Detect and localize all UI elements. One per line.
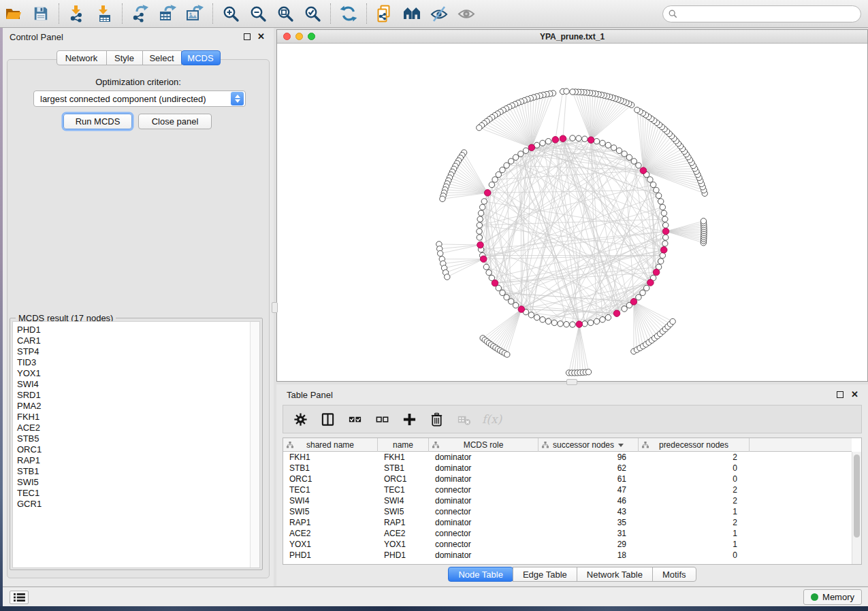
show-all-icon[interactable] <box>453 2 480 25</box>
memory-button[interactable]: Memory <box>803 589 862 605</box>
table-row[interactable]: STB1STB1dominator620 <box>283 463 852 474</box>
table-scrollbar[interactable] <box>852 452 861 564</box>
column-header-MCDS-role[interactable]: MCDS role <box>429 438 539 452</box>
import-table-icon[interactable] <box>91 2 118 25</box>
column-header-name[interactable]: name <box>378 438 429 452</box>
network-canvas[interactable] <box>277 44 867 381</box>
close-panel-icon[interactable]: ✕ <box>851 389 858 399</box>
table-cell: dominator <box>429 463 539 474</box>
search-input[interactable] <box>662 5 861 22</box>
zoom-in-icon[interactable] <box>217 2 244 25</box>
task-history-button[interactable] <box>10 591 29 604</box>
zoom-out-icon[interactable] <box>244 2 272 25</box>
column-header-successor-nodes[interactable]: successor nodes <box>539 438 639 452</box>
mcds-result-item[interactable]: STB5 <box>13 433 249 444</box>
mcds-result-list[interactable]: PHD1CAR1STP4TID3YOX1SWI4SRD1PMA2FKH1ACE2… <box>12 321 260 568</box>
tab-mcds[interactable]: MCDS <box>181 50 221 65</box>
save-session-icon[interactable] <box>27 2 54 25</box>
table-row[interactable]: TEC1TEC1connector472 <box>283 484 852 495</box>
export-network-icon[interactable] <box>127 2 154 25</box>
tab-network[interactable]: Network <box>57 50 107 65</box>
zoom-selected-icon[interactable] <box>299 2 326 25</box>
table-row[interactable]: ACE2ACE2connector311 <box>283 528 852 539</box>
table-cell: 47 <box>539 484 639 495</box>
close-panel-button[interactable]: Close panel <box>138 114 212 129</box>
tab-motifs[interactable]: Motifs <box>652 567 696 582</box>
mcds-result-item[interactable]: FKH1 <box>13 412 249 423</box>
float-panel-icon[interactable] <box>244 33 251 40</box>
table-cell: SWI4 <box>378 495 429 506</box>
first-neighbors-icon[interactable] <box>398 2 425 25</box>
column-header-filler <box>750 438 852 452</box>
criterion-select[interactable]: largest connected component (undirected) <box>33 90 246 107</box>
node-table-body: FKH1FKH1dominator962STB1STB1dominator620… <box>283 452 852 564</box>
table-row[interactable]: SWI5SWI5connector431 <box>283 506 852 517</box>
search-field[interactable] <box>677 7 861 21</box>
control-panel-title: Control Panel <box>10 32 63 42</box>
toolbar-separator <box>122 3 123 24</box>
mcds-result-item[interactable]: ACE2 <box>13 423 249 433</box>
table-cell: dominator <box>429 517 539 528</box>
table-cell: STB1 <box>378 463 429 474</box>
control-panel-titlebar: Control Panel ✕ <box>3 28 274 46</box>
hide-selected-icon[interactable] <box>425 2 453 25</box>
mcds-result-item[interactable]: TID3 <box>13 357 249 368</box>
tab-node-table[interactable]: Node Table <box>448 567 513 582</box>
mcds-result-item[interactable]: PHD1 <box>13 325 249 335</box>
mcds-result-item[interactable]: CAR1 <box>13 335 249 346</box>
mcds-result-item[interactable]: SWI4 <box>13 379 249 390</box>
vertical-splitter-handle[interactable] <box>272 302 278 313</box>
tab-style[interactable]: Style <box>106 50 143 65</box>
mcds-result-items: PHD1CAR1STP4TID3YOX1SWI4SRD1PMA2FKH1ACE2… <box>13 325 249 510</box>
criterion-selected-value: largest connected component (undirected) <box>34 94 231 104</box>
column-header-predecessor-nodes[interactable]: predecessor nodes <box>639 438 750 452</box>
mcds-result-item[interactable]: STB1 <box>13 466 249 477</box>
mcds-result-item[interactable]: RAP1 <box>13 455 249 466</box>
delete-icon[interactable] <box>428 410 445 428</box>
toolbar-separator <box>59 3 59 24</box>
table-scrollbar-thumb[interactable] <box>854 455 860 538</box>
open-session-icon[interactable] <box>0 2 27 25</box>
table-cell: ACE2 <box>283 528 378 539</box>
tab-select[interactable]: Select <box>142 50 182 65</box>
mcds-result-item[interactable]: ORC1 <box>13 444 249 455</box>
mcds-result-item[interactable]: SRD1 <box>13 390 249 401</box>
float-panel-icon[interactable] <box>837 391 843 398</box>
mcds-list-scrollbar[interactable] <box>250 322 259 567</box>
desktop-background-bottom <box>0 606 868 611</box>
optimization-criterion-label: Optimization criterion: <box>7 77 270 87</box>
mcds-result-item[interactable]: SWI5 <box>13 477 249 488</box>
table-row[interactable]: PHD1PHD1dominator180 <box>283 550 852 561</box>
table-row[interactable]: ORC1ORC1dominator610 <box>283 474 852 484</box>
mcds-result-item[interactable]: GCR1 <box>13 499 249 510</box>
export-table-icon[interactable] <box>154 2 181 25</box>
tab-edge-table[interactable]: Edge Table <box>513 567 577 582</box>
table-row[interactable]: RAP1RAP1dominator352 <box>283 517 852 528</box>
settings-gear-icon[interactable] <box>291 410 309 428</box>
network-window-titlebar[interactable]: YPA_prune.txt_1 <box>277 30 867 44</box>
mcds-result-item[interactable]: TEC1 <box>13 488 249 499</box>
table-cell: 2 <box>639 452 750 463</box>
add-column-icon[interactable] <box>400 410 418 428</box>
table-row[interactable]: YOX1YOX1connector291 <box>283 539 852 550</box>
import-network-icon[interactable] <box>63 2 91 25</box>
mcds-result-item[interactable]: PMA2 <box>13 401 249 412</box>
run-mcds-button[interactable]: Run MCDS <box>63 114 132 129</box>
table-cell: dominator <box>429 474 539 484</box>
horizontal-splitter-handle[interactable] <box>566 379 577 385</box>
network-from-selection-icon[interactable] <box>371 2 398 25</box>
close-panel-icon[interactable]: ✕ <box>257 31 265 42</box>
export-image-icon[interactable] <box>181 2 208 25</box>
zoom-fit-icon[interactable] <box>272 2 299 25</box>
table-panel-titlebar: Table Panel ✕ <box>276 384 868 402</box>
mcds-result-item[interactable]: STP4 <box>13 346 249 357</box>
mcds-result-item[interactable]: YOX1 <box>13 368 249 379</box>
tab-network-table[interactable]: Network Table <box>577 567 653 582</box>
column-layout-icon[interactable] <box>319 410 336 428</box>
column-header-shared-name[interactable]: shared name <box>283 438 378 452</box>
refresh-layout-icon[interactable] <box>335 2 362 25</box>
select-all-icon[interactable] <box>346 410 364 428</box>
table-row[interactable]: SWI4SWI4dominator462 <box>283 495 852 506</box>
table-row[interactable]: FKH1FKH1dominator962 <box>283 452 852 463</box>
deselect-all-icon[interactable] <box>373 410 391 428</box>
